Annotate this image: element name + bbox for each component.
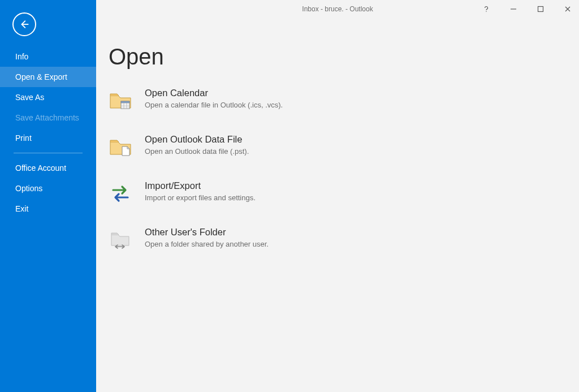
shared-folder-icon xyxy=(109,228,132,252)
nav-save-as[interactable]: Save As xyxy=(0,87,96,107)
app-window: Info Open & Export Save As Save Attachme… xyxy=(0,0,579,392)
close-icon xyxy=(564,6,571,12)
close-button[interactable] xyxy=(561,2,574,16)
nav-open-export[interactable]: Open & Export xyxy=(0,67,96,87)
cmd-title: Open Calendar xyxy=(145,88,283,98)
maximize-icon xyxy=(537,6,544,12)
minimize-icon xyxy=(510,6,517,12)
command-list: Open Calendar Open a calendar file in Ou… xyxy=(109,88,573,252)
page-title: Open xyxy=(109,44,573,70)
nav-office-account[interactable]: Office Account xyxy=(0,158,96,178)
nav-save-attachments: Save Attachments xyxy=(0,107,96,128)
svg-rect-3 xyxy=(538,7,543,12)
backstage-content: Open xyxy=(96,18,579,257)
folder-calendar-icon xyxy=(109,89,132,113)
back-button[interactable] xyxy=(12,12,36,36)
help-icon xyxy=(483,6,490,12)
minimize-button[interactable] xyxy=(507,2,520,16)
nav-separator xyxy=(14,153,83,153)
maximize-button[interactable] xyxy=(534,2,547,16)
cmd-other-users-folder[interactable]: Other User's Folder Open a folder shared… xyxy=(109,227,573,252)
nav-options[interactable]: Options xyxy=(0,178,96,199)
cmd-text: Import/Export Import or export files and… xyxy=(145,180,256,202)
cmd-title: Import/Export xyxy=(145,180,256,191)
cmd-text: Open Calendar Open a calendar file in Ou… xyxy=(145,88,283,109)
cmd-import-export[interactable]: Import/Export Import or export files and… xyxy=(109,180,573,205)
cmd-desc: Open a folder shared by another user. xyxy=(145,240,269,248)
cmd-open-data-file[interactable]: Open Outlook Data File Open an Outlook d… xyxy=(109,134,573,159)
cmd-title: Other User's Folder xyxy=(145,227,269,238)
main-area: Inbox - bruce. - Outlook xyxy=(96,0,579,392)
nav-info[interactable]: Info xyxy=(0,46,96,67)
cmd-open-calendar[interactable]: Open Calendar Open a calendar file in Ou… xyxy=(109,88,573,113)
arrow-left-icon xyxy=(18,18,31,31)
cmd-title: Open Outlook Data File xyxy=(145,134,249,145)
nav-exit[interactable]: Exit xyxy=(0,199,96,219)
cmd-desc: Open a calendar file in Outlook (.ics, .… xyxy=(145,101,283,109)
folder-file-icon xyxy=(109,135,132,159)
cmd-text: Other User's Folder Open a folder shared… xyxy=(145,227,269,248)
svg-rect-7 xyxy=(121,101,129,103)
cmd-desc: Import or export files and settings. xyxy=(145,193,256,202)
backstage-sidebar: Info Open & Export Save As Save Attachme… xyxy=(0,0,96,392)
nav-print[interactable]: Print xyxy=(0,128,96,148)
import-export-icon xyxy=(109,182,132,205)
title-bar: Inbox - bruce. - Outlook xyxy=(96,0,579,18)
window-controls xyxy=(479,2,574,16)
cmd-text: Open Outlook Data File Open an Outlook d… xyxy=(145,134,249,156)
svg-point-1 xyxy=(486,11,486,12)
cmd-desc: Open an Outlook data file (.pst). xyxy=(145,147,249,156)
help-button[interactable] xyxy=(479,2,493,16)
